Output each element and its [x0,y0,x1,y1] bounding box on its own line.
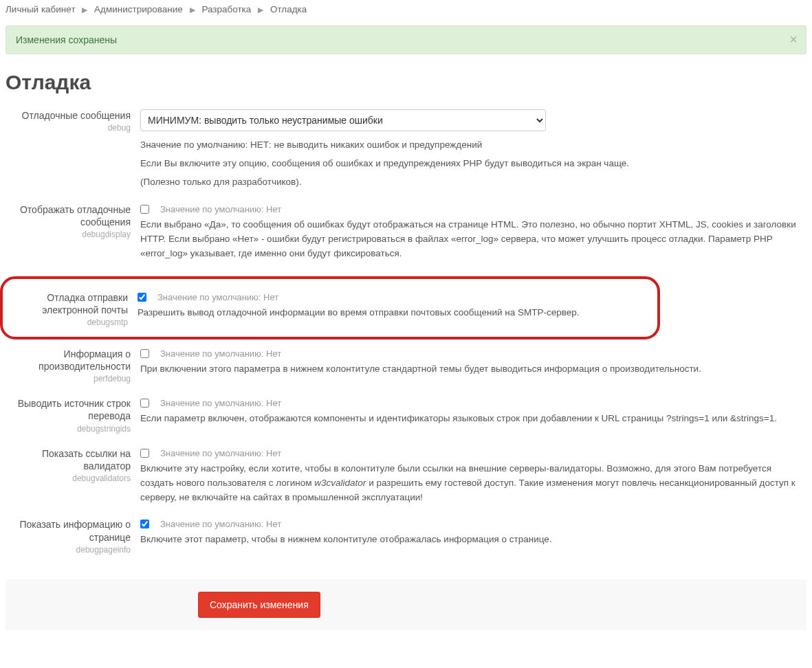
setting-description: При включении этого параметра в нижнем к… [140,362,800,377]
setting-key: debugpageinfo [6,545,131,555]
form-footer: Сохранить изменения [6,579,806,630]
chevron-right-icon: ▶ [82,5,87,14]
setting-debugstringids: Выводить источник строк перевода debugst… [6,394,806,444]
setting-key: debugstringids [6,424,131,434]
setting-default-hint: Значение по умолчанию: Нет [160,449,281,458]
breadcrumb-item[interactable]: Личный кабинет [6,4,76,14]
breadcrumb-item[interactable]: Администрирование [94,4,183,14]
setting-default-hint: Значение по умолчанию: Нет [160,520,281,528]
close-icon[interactable]: × [789,32,798,46]
breadcrumb-current: Отладка [270,4,307,14]
setting-description: Если выбрано «Да», то сообщения об ошибк… [140,218,800,261]
setting-perfdebug: Информация о производительности perfdebu… [6,345,806,394]
debugstringids-checkbox[interactable] [140,399,149,408]
setting-key: perfdebug [6,374,131,383]
debug-select[interactable]: МИНИМУМ: выводить только неустранимые ош… [140,109,546,131]
setting-debugvalidators: Показать ссылки на валидатор debugvalida… [6,445,806,516]
perfdebug-checkbox[interactable] [140,349,149,358]
setting-default-hint: Значение по умолчанию: Нет [160,205,281,214]
setting-label: Отладка отправки электронной почты [3,291,128,316]
setting-key: debugdisplay [6,230,131,239]
setting-default-hint: Значение по умолчанию: Нет [160,349,281,358]
setting-key: debug [6,123,131,133]
setting-debugdisplay: Отображать отладочные сообщения debugdis… [6,201,806,272]
setting-description: Включите эту настройку, если хотите, что… [140,462,800,505]
setting-description: (Полезно только для разработчиков). [140,175,800,190]
setting-label: Показать информацию о странице [6,518,131,543]
setting-debugsmtp: Отладка отправки электронной почты debug… [3,289,649,327]
setting-key: debugsmtp [3,318,128,327]
page-title: Отладка [6,71,806,94]
setting-default-hint: Значение по умолчанию: НЕТ: не выводить … [140,138,800,153]
debugpageinfo-checkbox[interactable] [140,520,149,528]
setting-label: Отладочные сообщения [6,109,131,122]
debugdisplay-checkbox[interactable] [140,205,149,214]
setting-label: Отображать отладочные сообщения [6,203,131,228]
setting-label: Выводить источник строк перевода [6,397,131,422]
debugsmtp-checkbox[interactable] [138,293,146,302]
alert-text: Изменения сохранены [16,34,117,45]
setting-debugpageinfo: Показать информацию о странице debugpage… [6,515,806,565]
setting-description: Разрешить вывод отладочной информации во… [138,306,649,320]
setting-default-hint: Значение по умолчанию: Нет [160,399,281,408]
chevron-right-icon: ▶ [258,5,263,14]
setting-label: Показать ссылки на валидатор [6,447,131,472]
setting-description: Если параметр включен, отображаются комп… [140,412,800,426]
chevron-right-icon: ▶ [190,5,195,14]
breadcrumb-item[interactable]: Разработка [201,4,251,14]
setting-description: Если Вы включите эту опцию, сообщения об… [140,157,800,171]
breadcrumb: Личный кабинет ▶ Администрирование ▶ Раз… [6,0,806,19]
success-alert: Изменения сохранены × [6,25,806,54]
save-button[interactable]: Сохранить изменения [198,592,320,618]
setting-debug: Отладочные сообщения debug МИНИМУМ: выво… [6,107,806,201]
setting-description: Включите этот параметр, чтобы в нижнем к… [140,533,800,547]
setting-default-hint: Значение по умолчанию: Нет [157,293,278,302]
setting-label: Информация о производительности [6,348,131,372]
debugvalidators-checkbox[interactable] [140,449,149,458]
highlight-frame: Отладка отправки электронной почты debug… [0,276,660,339]
setting-key: debugvalidators [6,474,131,483]
